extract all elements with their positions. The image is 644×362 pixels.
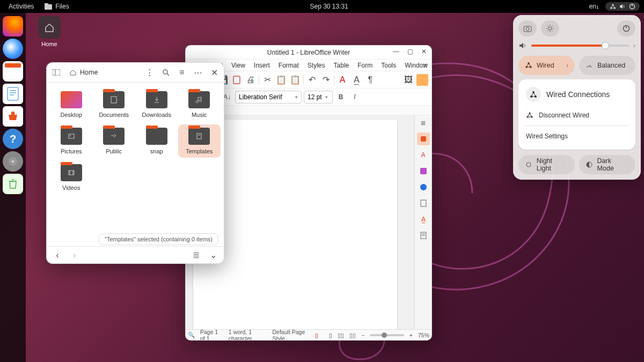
back-button[interactable]: ‹ bbox=[50, 248, 65, 263]
sidebar-gallery-icon[interactable] bbox=[417, 165, 430, 178]
maximize-button[interactable]: ▢ bbox=[406, 48, 414, 55]
system-tray[interactable] bbox=[605, 2, 640, 11]
zoom-in-button[interactable]: + bbox=[409, 332, 413, 338]
zoom-out-button[interactable]: − bbox=[361, 332, 364, 338]
insert-image-button[interactable]: 🖼 bbox=[402, 74, 414, 86]
svg-rect-16 bbox=[420, 168, 427, 174]
volume-slider[interactable] bbox=[531, 45, 629, 47]
forward-button[interactable]: › bbox=[67, 248, 82, 263]
menu-styles[interactable]: Styles bbox=[304, 61, 329, 70]
files-close-button[interactable]: ✕ bbox=[207, 65, 222, 80]
folder-desktop[interactable]: Desktop bbox=[50, 88, 93, 121]
status-wordcount[interactable]: 1 word, 1 character bbox=[229, 329, 267, 341]
power-icon bbox=[623, 25, 630, 32]
night-light-toggle[interactable]: Night Light bbox=[518, 155, 575, 174]
power-button[interactable] bbox=[617, 20, 635, 36]
font-size-combo[interactable]: 12 pt▾ bbox=[304, 91, 333, 104]
menu-view[interactable]: View bbox=[228, 61, 249, 70]
wired-toggle[interactable]: Wired › bbox=[518, 56, 575, 75]
highlight-button[interactable] bbox=[416, 74, 428, 86]
menu-tools[interactable]: Tools bbox=[377, 61, 400, 70]
dock-firefox[interactable] bbox=[3, 16, 23, 36]
view-options-button[interactable]: ≡ bbox=[174, 65, 189, 80]
menu-insert[interactable]: Insert bbox=[250, 61, 274, 70]
document-close-button[interactable]: ✕ bbox=[422, 62, 428, 70]
settings-button[interactable] bbox=[541, 20, 559, 36]
close-button[interactable]: ✕ bbox=[420, 48, 428, 55]
files-menu-button[interactable]: Files bbox=[40, 2, 73, 11]
sidebar-style-inspector-icon[interactable]: A̲ bbox=[417, 213, 430, 226]
sidebar-toggle-button[interactable] bbox=[49, 65, 64, 80]
formatting-marks-button[interactable]: ¶ bbox=[364, 74, 376, 86]
power-mode-toggle[interactable]: Balanced bbox=[579, 56, 635, 75]
font-name-combo[interactable]: Liberation Serif▾ bbox=[235, 91, 302, 104]
dock-trash[interactable] bbox=[3, 174, 23, 194]
files-icon-view[interactable]: Desktop Documents Downloads Music Pictur… bbox=[47, 83, 224, 200]
find-toolbar-icon[interactable]: 🔍 bbox=[188, 331, 195, 338]
desktop-home-icon[interactable]: Home bbox=[33, 16, 65, 47]
menu-table[interactable]: Table bbox=[330, 61, 353, 70]
lo-titlebar[interactable]: Untitled 1 - LibreOffice Writer — ▢ ✕ bbox=[186, 46, 431, 60]
cut-button[interactable]: ✂ bbox=[261, 74, 273, 86]
status-page[interactable]: Page 1 of 1 bbox=[200, 329, 223, 341]
folder-videos[interactable]: Videos bbox=[50, 161, 93, 194]
undo-button[interactable]: ↶ bbox=[306, 74, 318, 86]
copy-button[interactable]: 📋 bbox=[275, 74, 287, 86]
dock-ubuntu-software[interactable] bbox=[3, 106, 23, 127]
dock-thunderbird[interactable] bbox=[3, 39, 23, 59]
view-multi-icon[interactable]: ▯▯ bbox=[338, 332, 344, 338]
hamburger-menu-button[interactable]: ⋯ bbox=[191, 65, 206, 80]
disconnect-wired-item[interactable]: Disconnect Wired bbox=[518, 107, 635, 123]
menu-format[interactable]: Format bbox=[275, 61, 303, 70]
redo-button[interactable]: ↷ bbox=[320, 74, 332, 86]
find-button[interactable]: A bbox=[336, 74, 348, 86]
view-book-icon[interactable]: ▯▯ bbox=[349, 332, 356, 338]
dock-disk[interactable] bbox=[3, 151, 23, 172]
volume-expand-icon[interactable]: › bbox=[633, 42, 635, 49]
dock-help[interactable]: ? bbox=[3, 129, 23, 149]
spellcheck-button[interactable]: A̲ bbox=[350, 74, 362, 86]
volume-row: › bbox=[518, 42, 635, 49]
dark-mode-toggle[interactable]: Dark Mode bbox=[579, 155, 635, 174]
menu-form[interactable]: Form bbox=[354, 61, 376, 70]
folder-documents[interactable]: Documents bbox=[93, 88, 136, 121]
folder-public[interactable]: Public bbox=[93, 124, 136, 158]
sidebar-manage-changes-icon[interactable] bbox=[417, 229, 430, 242]
bold-button[interactable]: B bbox=[335, 91, 347, 103]
search-button[interactable] bbox=[158, 65, 173, 80]
power-icon bbox=[629, 3, 635, 10]
export-pdf-button[interactable] bbox=[231, 74, 243, 86]
sidebar-menu-icon[interactable]: ≡ bbox=[418, 117, 429, 129]
minimize-button[interactable]: — bbox=[392, 48, 400, 55]
folder-pictures[interactable]: Pictures bbox=[50, 124, 93, 158]
folder-snap[interactable]: snap bbox=[135, 124, 178, 158]
sidebar-page-icon[interactable] bbox=[417, 197, 430, 210]
activities-button[interactable]: Activities bbox=[4, 2, 38, 11]
sidebar-navigator-icon[interactable] bbox=[417, 181, 430, 194]
wired-settings-item[interactable]: Wired Settings bbox=[518, 128, 635, 144]
wired-submenu-title: Wired Connections bbox=[546, 90, 610, 99]
status-language-icon[interactable]: ▯ bbox=[315, 332, 318, 338]
path-menu-button[interactable]: ⋮ bbox=[142, 65, 157, 80]
lo-sidebar: ≡ A A̲ bbox=[414, 115, 431, 329]
input-source-indicator[interactable]: en₁ bbox=[585, 2, 603, 11]
print-button[interactable]: 🖨 bbox=[245, 74, 257, 86]
folder-downloads[interactable]: Downloads bbox=[135, 88, 178, 121]
view-dropdown-button[interactable]: ⌄ bbox=[206, 248, 221, 263]
sidebar-properties-icon[interactable] bbox=[417, 132, 430, 145]
zoom-slider[interactable] bbox=[370, 334, 404, 336]
folder-templates[interactable]: Templates bbox=[178, 124, 221, 158]
sidebar-styles-icon[interactable]: A bbox=[417, 149, 430, 161]
paste-button[interactable]: 📋 bbox=[289, 74, 301, 86]
dock-libreoffice-writer[interactable] bbox=[3, 84, 23, 104]
path-bar[interactable]: Home bbox=[65, 67, 141, 78]
italic-button[interactable]: I bbox=[349, 91, 361, 103]
dock-files[interactable] bbox=[3, 61, 23, 82]
view-single-icon[interactable]: ▯ bbox=[329, 332, 332, 338]
status-pagestyle[interactable]: Default Page Style bbox=[273, 329, 310, 341]
screenshot-button[interactable] bbox=[518, 20, 537, 36]
zoom-value[interactable]: 75% bbox=[418, 332, 429, 338]
folder-music[interactable]: Music bbox=[178, 88, 221, 121]
list-view-button[interactable]: ≣ bbox=[188, 248, 203, 263]
clock[interactable]: Sep 30 13:31 bbox=[74, 3, 585, 10]
